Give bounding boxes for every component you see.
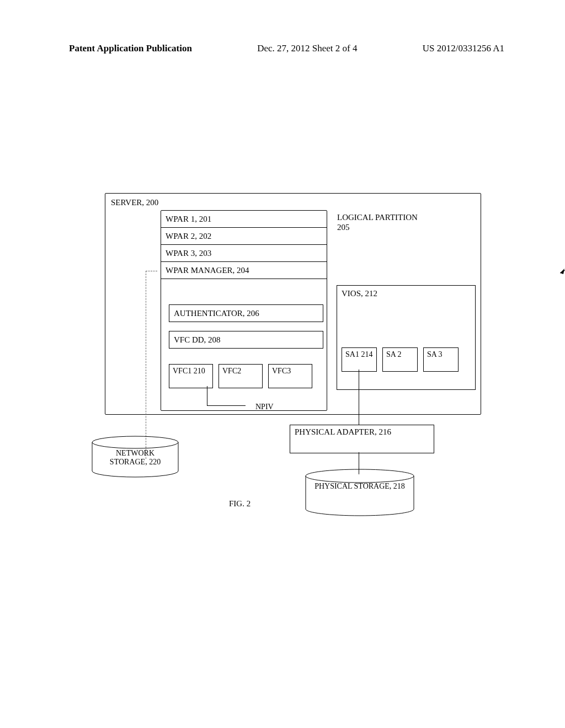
wpar1: WPAR 1, 201 <box>161 211 327 228</box>
physical-storage-label: PHYSICAL STORAGE, 218 <box>305 482 415 491</box>
physical-storage-cylinder: PHYSICAL STORAGE, 218 <box>305 469 415 514</box>
svg-marker-1 <box>560 269 564 274</box>
connector <box>207 405 246 406</box>
npiv-label: NPIV <box>255 403 274 411</box>
svg-point-2 <box>92 436 178 448</box>
leader-arrow-icon <box>557 263 565 274</box>
header-right: US 2012/0331256 A1 <box>423 43 504 54</box>
cylinder-icon <box>305 469 415 518</box>
vfc-dd-box: VFC DD, 208 <box>169 331 323 349</box>
connector <box>207 386 207 405</box>
authenticator-box: AUTHENTICATOR, 206 <box>169 304 323 322</box>
vios-box: VIOS, 212 SA1 214 SA 2 SA 3 <box>337 285 476 390</box>
logical-partition-label: LOGICAL PARTITION 205 <box>337 212 431 232</box>
server-box: SERVER, 200 WPAR 1, 201 WPAR 2, 202 WPAR… <box>105 193 481 415</box>
figure-caption: FIG. 2 <box>229 499 250 508</box>
vios-label: VIOS, 212 <box>342 289 377 298</box>
figure-diagram: SERVER, 200 WPAR 1, 201 WPAR 2, 202 WPAR… <box>69 193 488 535</box>
header-left: Patent Application Publication <box>69 43 192 54</box>
wpar3: WPAR 3, 203 <box>161 245 327 262</box>
wpar-manager: WPAR MANAGER, 204 <box>161 262 327 279</box>
sa2: SA 2 <box>382 347 418 372</box>
sa-row: SA1 214 SA 2 SA 3 <box>342 347 459 372</box>
network-storage-cylinder: NETWORK STORAGE, 220 <box>91 436 179 475</box>
page-header: Patent Application Publication Dec. 27, … <box>69 43 504 54</box>
sa1: SA1 214 <box>342 347 377 372</box>
vfc2: VFC2 <box>218 364 263 388</box>
vfc1: VFC1 210 <box>169 364 213 388</box>
network-storage-label: NETWORK STORAGE, 220 <box>91 449 179 467</box>
left-partition-box: WPAR 1, 201 WPAR 2, 202 WPAR 3, 203 WPAR… <box>161 210 327 411</box>
header-center: Dec. 27, 2012 Sheet 2 of 4 <box>257 43 357 54</box>
vfc-row: VFC1 210 VFC2 VFC3 <box>169 364 318 388</box>
page: Patent Application Publication Dec. 27, … <box>0 0 565 728</box>
physical-adapter-box: PHYSICAL ADAPTER, 216 <box>290 425 434 453</box>
server-title: SERVER, 200 <box>111 198 158 207</box>
dashed-leader <box>146 271 157 459</box>
connector <box>359 370 359 425</box>
wpar2: WPAR 2, 202 <box>161 228 327 245</box>
sa3: SA 3 <box>423 347 459 372</box>
svg-point-3 <box>306 469 414 483</box>
vfc3: VFC3 <box>268 364 312 388</box>
